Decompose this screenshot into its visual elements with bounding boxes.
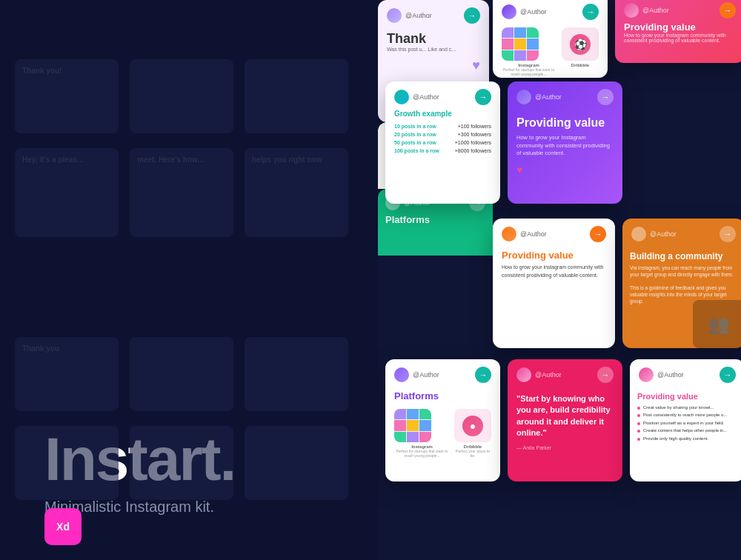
- heart-icon: ♥: [508, 158, 622, 176]
- avatar-name: @Author: [535, 93, 562, 101]
- platforms-white-header: @Author →: [385, 359, 500, 387]
- avatar-icon: [624, 3, 639, 18]
- list-row-4: Create content that helps other people i…: [630, 427, 741, 434]
- arrow-icon: →: [720, 2, 736, 19]
- arrow-icon: →: [475, 367, 491, 383]
- avatar-icon: [639, 367, 654, 382]
- avatar-name: @Author: [535, 371, 562, 379]
- list-row-5: Provide only high quality content.: [630, 435, 741, 442]
- ghost-card-8: [130, 337, 233, 411]
- quote-pink-header: @Author →: [508, 359, 622, 387]
- thank-title: Thank: [387, 31, 480, 47]
- growth-left-3: 50 posts in a row: [394, 140, 436, 145]
- providing-list-card: @Author → Providing value Creat value by…: [630, 359, 741, 481]
- providing-purple-text: How to grow your Instagram community wit…: [508, 134, 622, 158]
- avatar-row: @Author: [516, 90, 562, 104]
- list-row-2: Post consistently to reach more people o…: [630, 411, 741, 419]
- arrow-icon: →: [720, 367, 736, 383]
- cards-area: @Author → Instagram Perfect for startups…: [378, 0, 741, 560]
- xd-badge: Xd: [44, 508, 82, 545]
- avatar-name: @Author: [657, 371, 684, 379]
- list-text-4: Create content that helps other people i…: [643, 427, 727, 433]
- instagram-icon: [394, 409, 431, 442]
- instagram-desc: Perfect for startups that want to reach …: [502, 67, 556, 76]
- instagram-platform-desc: Perfect for startups that want to reach …: [394, 449, 450, 458]
- list-bullet-4: [637, 430, 640, 433]
- avatar-name: @Author: [405, 12, 432, 19]
- ghost-card-2: [130, 59, 233, 133]
- avatar-row: @Author: [502, 227, 547, 241]
- ghost-text-6: helps you right now: [245, 148, 348, 171]
- avatar-icon: [394, 367, 409, 382]
- quote-pink-card: @Author → "Start by knowing who you are,…: [508, 359, 622, 481]
- dribbble-ball-icon: ●: [462, 416, 483, 436]
- avatar-row: @Author: [394, 367, 439, 382]
- list-bullet-5: [637, 438, 640, 441]
- building-orange-text: Via Instagram, you can reach many people…: [622, 264, 741, 278]
- like-icon: ♥: [472, 58, 480, 73]
- avatar-name: @Author: [520, 230, 547, 238]
- avatar-icon: [394, 90, 409, 104]
- avatar-icon: [516, 90, 531, 104]
- ghost-card-5: meet. Here's how...: [130, 148, 233, 237]
- platforms-icons: Instagram Perfect for startups that want…: [385, 406, 500, 461]
- platform-dribbble: ⚽ Dribbble: [562, 27, 599, 76]
- providing-purple-title: Providing value: [508, 110, 622, 134]
- avatar-name: @Author: [642, 7, 669, 14]
- growth-right-2: +300 followers: [458, 132, 491, 137]
- dribbble-icon-box: ●: [454, 409, 491, 442]
- building-orange-title: Building a community: [622, 247, 741, 264]
- avatar-row: @Author: [516, 367, 562, 382]
- avatar-row: @Author: [639, 367, 684, 382]
- arrow-icon: →: [720, 226, 736, 242]
- arrow-icon: →: [590, 226, 606, 242]
- providing-top-right-card: @Author → Providing value How to grow yo…: [615, 0, 741, 63]
- avatar-icon: [502, 4, 516, 19]
- ghost-card-3: [245, 59, 348, 133]
- providing-top-text: How to grow your Instagram community wit…: [624, 33, 736, 43]
- quote-text: "Start by knowing who you are, build cre…: [508, 387, 622, 445]
- dribbble-icon-box: ⚽: [562, 27, 599, 61]
- platforms-top-header: @Author →: [493, 0, 608, 24]
- ghost-card-7: Thank you: [15, 337, 119, 411]
- list-bullet-1: [637, 407, 640, 410]
- building-orange-card: @Author → Building a community Via Insta…: [622, 219, 741, 348]
- providing-white-header: @Author →: [493, 219, 615, 247]
- growth-card: @Author → Growth example 10 posts in a r…: [385, 81, 500, 204]
- avatar-name: @Author: [650, 230, 677, 238]
- xd-label: Xd: [56, 521, 70, 533]
- avatar-name: @Author: [413, 371, 439, 379]
- arrow-icon: →: [597, 367, 614, 383]
- avatar-row: @Author: [387, 8, 432, 23]
- avatar-icon: [502, 227, 516, 241]
- avatar-name: @Author: [520, 8, 547, 16]
- arrow-icon: →: [597, 89, 614, 105]
- dribbble-name: Dribbble: [562, 63, 599, 67]
- platforms-bottom-title: Platforms: [385, 214, 485, 225]
- providing-white-title: Providing value: [493, 247, 615, 264]
- ghost-card-6: helps you right now: [245, 148, 348, 237]
- providing-white-text: How to grow your instagram community wit…: [493, 264, 615, 279]
- ghost-card-12: [245, 426, 348, 500]
- ghost-card-1: Thank you!: [15, 59, 119, 133]
- platform-instagram: Instagram Perfect for startups that want…: [502, 27, 556, 76]
- avatar-icon: [631, 227, 646, 241]
- growth-row-1: 10 posts in a row +100 followers: [385, 122, 500, 130]
- providing-list-header: @Author →: [630, 359, 741, 387]
- thank-header: @Author →: [378, 0, 489, 28]
- platforms-white-card: @Author → Platforms Instagram Perfect fo…: [385, 359, 500, 481]
- list-row-1: Creat value by sharing your knowl...: [630, 404, 741, 411]
- growth-right-4: +8000 followers: [455, 148, 491, 153]
- growth-left-2: 20 posts in a row: [394, 132, 436, 137]
- growth-header: @Author →: [385, 81, 500, 110]
- people-icon: 👥: [708, 314, 730, 335]
- avatar-row: @Author: [631, 227, 677, 241]
- growth-row-2: 20 posts in a row +300 followers: [385, 130, 500, 139]
- growth-title: Growth example: [385, 110, 500, 122]
- arrow-icon: →: [464, 7, 480, 24]
- avatar-icon: [516, 367, 531, 382]
- list-row-3: Position yourself as a expert in your fi…: [630, 419, 741, 427]
- dribbble-icon: ⚽: [570, 34, 591, 55]
- instagram-icon-box: [502, 27, 539, 61]
- list-text-1: Creat value by sharing your knowl...: [643, 404, 714, 410]
